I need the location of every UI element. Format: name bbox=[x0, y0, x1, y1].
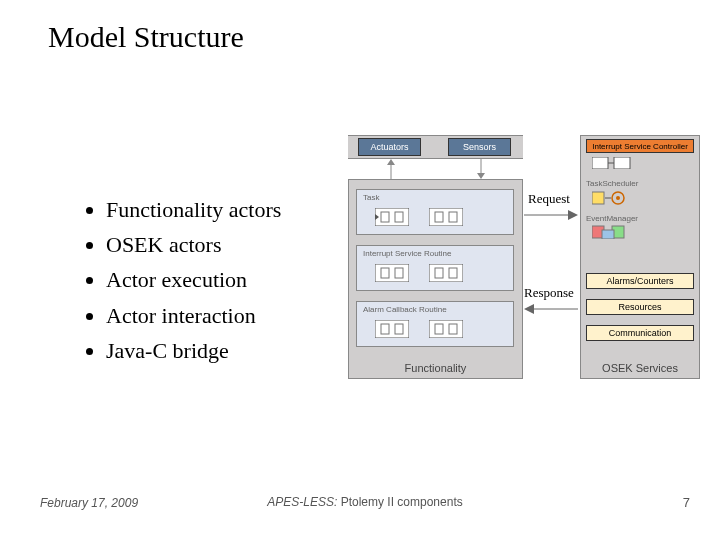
request-label: Request bbox=[528, 191, 570, 207]
task-box: Task bbox=[356, 189, 514, 235]
svg-rect-32 bbox=[602, 230, 614, 239]
alarms-box: Alarms/Counters bbox=[586, 273, 694, 289]
actor-icon bbox=[375, 208, 409, 226]
actor-icon bbox=[429, 320, 463, 338]
eventmgr-icon bbox=[592, 225, 636, 239]
isr-box: Interrupt Service Routine bbox=[356, 245, 514, 291]
svg-rect-11 bbox=[375, 264, 409, 282]
resources-box: Resources bbox=[586, 299, 694, 315]
arrow-down-sensors bbox=[474, 159, 488, 179]
actor-icon bbox=[375, 264, 409, 282]
svg-rect-26 bbox=[592, 192, 604, 204]
svg-rect-23 bbox=[592, 157, 608, 169]
bullet-list: Functionality actors OSEK actors Actor e… bbox=[48, 192, 281, 368]
event-manager-label: EventManager bbox=[586, 212, 694, 224]
alarm-cb-box: Alarm Callback Routine bbox=[356, 301, 514, 347]
response-arrow bbox=[524, 303, 578, 315]
svg-marker-1 bbox=[387, 159, 395, 165]
communication-box: Communication bbox=[586, 325, 694, 341]
footer-caption: APES-LESS: Ptolemy II components bbox=[267, 495, 462, 509]
svg-point-28 bbox=[616, 196, 620, 200]
scheduler-icon bbox=[592, 191, 636, 205]
list-item: Functionality actors bbox=[106, 192, 281, 227]
footer-caption-rest: Ptolemy II components bbox=[337, 495, 462, 509]
actuators-box: Actuators bbox=[358, 138, 421, 156]
task-label: Task bbox=[363, 193, 379, 202]
actor-icon bbox=[429, 264, 463, 282]
architecture-diagram: Actuators Sensors Functionality Task Int… bbox=[328, 135, 698, 395]
svg-rect-24 bbox=[614, 157, 630, 169]
osek-column: OSEK Services bbox=[580, 135, 700, 379]
actor-icon bbox=[375, 320, 409, 338]
osek-title: OSEK Services bbox=[602, 362, 678, 378]
isc-box: Interrupt Service Controller bbox=[586, 139, 694, 153]
list-item: Actor execution bbox=[106, 262, 281, 297]
svg-rect-8 bbox=[429, 208, 463, 226]
arrow-up-actuators bbox=[384, 159, 398, 179]
svg-marker-34 bbox=[568, 210, 578, 220]
isr-label: Interrupt Service Routine bbox=[363, 249, 452, 258]
list-item: Actor interaction bbox=[106, 298, 281, 333]
sensors-box: Sensors bbox=[448, 138, 511, 156]
functionality-title: Functionality bbox=[405, 362, 467, 378]
response-label: Response bbox=[524, 285, 574, 301]
slide-footer: February 17, 2009 APES-LESS: Ptolemy II … bbox=[40, 495, 690, 510]
footer-date: February 17, 2009 bbox=[40, 496, 138, 510]
svg-rect-14 bbox=[429, 264, 463, 282]
list-item: Java-C bridge bbox=[106, 333, 281, 368]
svg-marker-36 bbox=[524, 304, 534, 314]
list-item: OSEK actors bbox=[106, 227, 281, 262]
task-scheduler-label: TaskScheduler bbox=[586, 177, 694, 189]
footer-caption-prefix: APES-LESS: bbox=[267, 495, 337, 509]
request-arrow bbox=[524, 209, 578, 221]
slide-title: Model Structure bbox=[48, 20, 244, 54]
svg-rect-20 bbox=[429, 320, 463, 338]
isc-icon bbox=[592, 157, 632, 169]
svg-rect-17 bbox=[375, 320, 409, 338]
alarm-cb-label: Alarm Callback Routine bbox=[363, 305, 447, 314]
footer-page: 7 bbox=[683, 495, 690, 510]
svg-rect-4 bbox=[375, 208, 409, 226]
actor-icon bbox=[429, 208, 463, 226]
